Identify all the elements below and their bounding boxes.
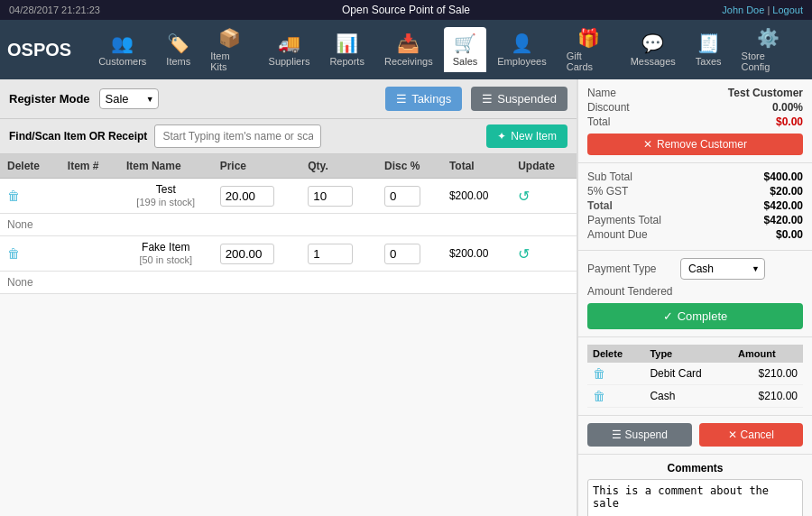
new-item-button[interactable]: ✦ New Item	[486, 124, 567, 148]
payments-table-header: DeleteTypeAmount	[587, 345, 803, 363]
comments-textarea[interactable]	[587, 479, 803, 516]
register-mode-select[interactable]: SaleReturn	[99, 88, 159, 109]
delete-icon[interactable]: 🗑	[7, 189, 20, 203]
refresh-icon[interactable]: ↺	[518, 246, 530, 262]
suspended-icon: ☰	[482, 92, 493, 106]
total-value: $420.00	[764, 199, 803, 212]
qty-input[interactable]	[308, 186, 353, 207]
refresh-icon[interactable]: ↺	[518, 189, 530, 204]
payment-type-cell: Debit Card	[644, 363, 733, 385]
suspended-button[interactable]: ☰ Suspended	[471, 87, 567, 111]
payment-type-select-wrap[interactable]: CashDebit CardCredit CardCheck	[680, 258, 765, 280]
remove-customer-button[interactable]: ✕ Remove Customer	[587, 134, 803, 155]
items-col-update: Update	[511, 154, 577, 179]
nav-item-employees[interactable]: 👤Employees	[488, 27, 555, 72]
suspended-label: Suspended	[497, 92, 557, 106]
nav-item-item-kits[interactable]: 📦Item Kits	[201, 22, 257, 78]
brand-logo: OSPOS	[7, 40, 71, 60]
suspend-label: Suspend	[625, 428, 668, 441]
qty-cell	[300, 179, 377, 214]
table-row: 🗑 Test[199 in stock] $200.00 ↺	[0, 179, 577, 214]
remove-customer-icon: ✕	[643, 138, 652, 151]
items-col-price: Price	[213, 154, 301, 179]
cancel-label: Cancel	[741, 428, 774, 441]
takings-button[interactable]: ☰ Takings	[385, 87, 462, 111]
payments-col-delete: Delete	[587, 345, 644, 363]
payment-row: 🗑 Cash $210.00	[587, 385, 803, 408]
register-mode-select-wrap[interactable]: SaleReturn	[99, 88, 159, 109]
customer-total-label: Total	[587, 115, 610, 128]
qty-cell	[300, 236, 377, 272]
cancel-button[interactable]: ✕ Cancel	[699, 423, 804, 447]
find-input[interactable]	[154, 124, 321, 148]
nav-item-customers[interactable]: 👥Customers	[89, 27, 155, 72]
logout-link[interactable]: Logout	[772, 5, 803, 15]
nav-label-messages: Messages	[631, 56, 676, 67]
nav-icon-employees: 👤	[511, 32, 533, 54]
nav-icon-suppliers: 🚚	[278, 32, 300, 54]
update-cell: ↺	[511, 236, 577, 272]
nav-item-store-config[interactable]: ⚙️Store Config	[733, 22, 805, 78]
items-col-disc: Disc %	[377, 154, 442, 179]
nav-item-messages[interactable]: 💬Messages	[622, 27, 685, 72]
disc-cell	[377, 179, 442, 214]
disc-input[interactable]	[384, 244, 420, 264]
nav-item-items[interactable]: 🏷️Items	[157, 27, 199, 72]
payments-total-value: $420.00	[764, 214, 803, 226]
suspend-button[interactable]: ☰ Suspend	[587, 423, 692, 447]
complete-button[interactable]: ✓ Complete	[587, 303, 803, 329]
qty-input[interactable]	[308, 244, 353, 264]
user-link[interactable]: John Doe	[722, 5, 764, 15]
payments-table: DeleteTypeAmount 🗑 Debit Card $210.00 🗑 …	[587, 345, 803, 408]
nav-label-employees: Employees	[497, 56, 546, 67]
delete-icon[interactable]: 🗑	[7, 246, 20, 261]
disc-input[interactable]	[384, 186, 420, 207]
nav-label-taxes: Taxes	[696, 56, 722, 67]
price-input[interactable]	[220, 186, 274, 207]
price-input[interactable]	[220, 244, 274, 264]
nav-item-reports[interactable]: 📊Reports	[320, 27, 374, 72]
none-row: None	[0, 272, 577, 294]
payment-type-select[interactable]: CashDebit CardCredit CardCheck	[680, 258, 765, 280]
new-item-icon: ✦	[497, 130, 506, 143]
amount-due-label: Amount Due	[587, 228, 648, 241]
items-col-qty: Qty.	[300, 154, 377, 179]
total-label: Total	[587, 199, 613, 212]
sep: |	[767, 5, 770, 15]
nav-item-suppliers[interactable]: 🚚Suppliers	[260, 27, 319, 72]
payment-type-row: Payment Type CashDebit CardCredit CardCh…	[587, 258, 803, 280]
items-col-item: Item #	[60, 154, 119, 179]
item-num-cell	[60, 236, 119, 272]
update-cell: ↺	[511, 179, 577, 214]
customer-name-value: Test Customer	[728, 87, 803, 99]
customer-total-row: Total $0.00	[587, 115, 803, 128]
nav-item-sales[interactable]: 🛒Sales	[444, 27, 487, 72]
customer-section: Name Test Customer Discount 0.00% Total …	[578, 79, 812, 163]
nav-item-taxes[interactable]: 🧾Taxes	[687, 27, 731, 72]
item-num-cell	[60, 179, 119, 214]
nav-items: 👥Customers🏷️Items📦Item Kits🚚Suppliers📊Re…	[89, 22, 805, 78]
nav-label-item-kits: Item Kits	[210, 51, 248, 72]
gst-label: 5% GST	[587, 185, 628, 198]
nav-item-gift-cards[interactable]: 🎁Gift Cards	[558, 22, 620, 78]
total-cell: $200.00	[442, 179, 511, 214]
none-label: None	[0, 214, 577, 236]
payment-delete-icon[interactable]: 🗑	[593, 366, 605, 381]
register-bar: Register Mode SaleReturn ☰ Takings ☰ Sus…	[0, 79, 577, 119]
complete-icon: ✓	[663, 309, 673, 323]
delete-cell: 🗑	[0, 236, 60, 272]
nav-label-receivings: Receivings	[384, 56, 433, 67]
items-table-body: 🗑 Test[199 in stock] $200.00 ↺ None 🗑 Fa…	[0, 179, 577, 294]
payments-table-body: 🗑 Debit Card $210.00 🗑 Cash $210.00	[587, 363, 803, 408]
items-col-total: Total	[442, 154, 511, 179]
total-row: Total $420.00	[587, 199, 803, 212]
nav-label-suppliers: Suppliers	[269, 56, 310, 67]
right-panel: Name Test Customer Discount 0.00% Total …	[577, 79, 812, 516]
topbar: 04/28/2017 21:21:23 Open Source Point of…	[0, 0, 812, 20]
nav-item-receivings[interactable]: 📥Receivings	[375, 27, 442, 72]
payments-table-section: DeleteTypeAmount 🗑 Debit Card $210.00 🗑 …	[578, 337, 812, 416]
payment-row: 🗑 Debit Card $210.00	[587, 363, 803, 385]
price-cell	[213, 236, 301, 272]
navbar: OSPOS 👥Customers🏷️Items📦Item Kits🚚Suppli…	[0, 20, 812, 79]
payment-delete-icon[interactable]: 🗑	[593, 389, 605, 403]
